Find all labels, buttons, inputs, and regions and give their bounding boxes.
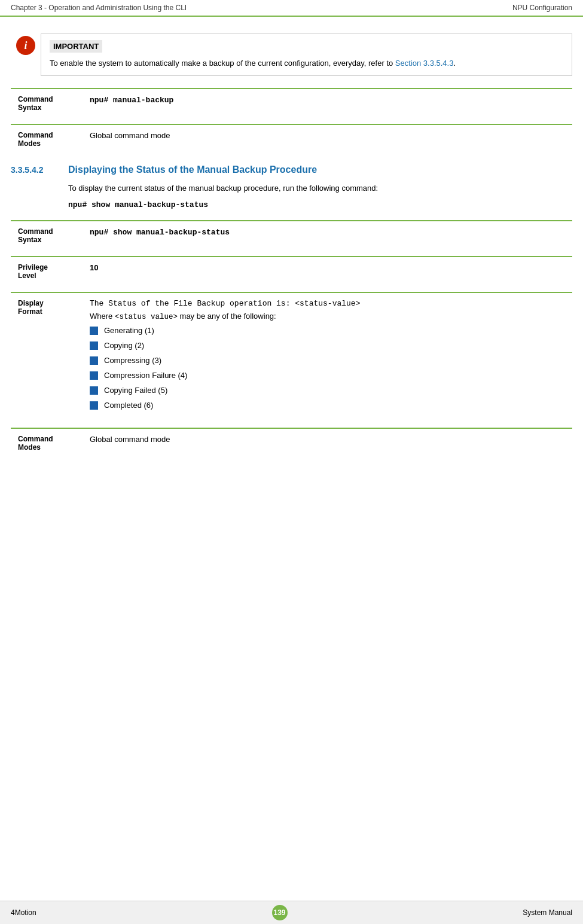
- display-format-line: The Status of the File Backup operation …: [90, 299, 565, 308]
- cmd-syntax-table-1: CommandSyntax npu# manual-backup: [11, 88, 572, 118]
- cmd-syntax-value-1: npu# manual-backup: [83, 89, 572, 118]
- info-icon: i: [16, 36, 35, 55]
- list-item: Completed (6): [90, 401, 565, 410]
- footer-right: System Manual: [523, 908, 572, 917]
- list-item: Compressing (3): [90, 356, 565, 365]
- display-format-list: Generating (1)Copying (2)Compressing (3)…: [90, 326, 565, 410]
- blue-square-icon: [90, 401, 98, 410]
- body-code-1: npu# show manual-backup-status: [68, 200, 572, 209]
- cmd-modes-table-1: CommandModes Global command mode: [11, 124, 572, 154]
- cmd-syntax-table-2: CommandSyntax npu# show manual-backup-st…: [11, 220, 572, 250]
- list-item-text: Completed (6): [104, 401, 153, 410]
- list-item: Copying (2): [90, 341, 565, 350]
- list-item-text: Copying (2): [104, 341, 144, 350]
- list-item: Generating (1): [90, 326, 565, 335]
- section-title: Displaying the Status of the Manual Back…: [68, 164, 317, 175]
- section-number: 3.3.5.4.2: [11, 165, 59, 175]
- list-item: Copying Failed (5): [90, 386, 565, 395]
- cmd-modes-row-1: CommandModes Global command mode: [11, 124, 572, 154]
- blue-square-icon: [90, 327, 98, 335]
- cmd-modes-value-1: Global command mode: [83, 124, 572, 154]
- cmd-syntax-label-1: CommandSyntax: [11, 89, 83, 118]
- privilege-level-value: 10: [83, 257, 572, 286]
- list-item-text: Copying Failed (5): [104, 386, 167, 395]
- important-box: i IMPORTANT To enable the system to auto…: [11, 33, 572, 76]
- important-text: To enable the system to automatically ma…: [50, 57, 563, 69]
- display-format-value: The Status of the File Backup operation …: [83, 292, 572, 422]
- body-para-1: To display the current status of the man…: [68, 182, 572, 195]
- privilege-level-table: PrivilegeLevel 10: [11, 256, 572, 286]
- main-content: i IMPORTANT To enable the system to auto…: [0, 17, 583, 475]
- cmd-syntax-row-2: CommandSyntax npu# show manual-backup-st…: [11, 221, 572, 250]
- page-header: Chapter 3 - Operation and Administration…: [0, 0, 583, 17]
- footer-left: 4Motion: [11, 908, 36, 917]
- blue-square-icon: [90, 356, 98, 365]
- display-format-label: DisplayFormat: [11, 292, 83, 422]
- footer-page-number: 139: [272, 905, 288, 920]
- cmd-modes-label-1: CommandModes: [11, 124, 83, 154]
- blue-square-icon: [90, 386, 98, 395]
- privilege-level-row: PrivilegeLevel 10: [11, 257, 572, 286]
- display-format-subtext: Where <status value> may be any of the f…: [90, 312, 565, 321]
- cmd-modes-value-2: Global command mode: [83, 428, 572, 458]
- display-format-table: DisplayFormat The Status of the File Bac…: [11, 292, 572, 422]
- section-heading: 3.3.5.4.2 Displaying the Status of the M…: [11, 164, 572, 175]
- privilege-level-label: PrivilegeLevel: [11, 257, 83, 286]
- important-title: IMPORTANT: [50, 40, 102, 53]
- cmd-modes-label-2: CommandModes: [11, 428, 83, 458]
- header-left: Chapter 3 - Operation and Administration…: [11, 4, 187, 12]
- important-content: IMPORTANT To enable the system to automa…: [41, 33, 572, 76]
- page-footer: 4Motion 139 System Manual: [0, 901, 583, 924]
- blue-square-icon: [90, 371, 98, 380]
- cmd-modes-row-2: CommandModes Global command mode: [11, 428, 572, 458]
- list-item-text: Generating (1): [104, 326, 154, 335]
- blue-square-icon: [90, 341, 98, 350]
- list-item-text: Compressing (3): [104, 356, 161, 365]
- important-icon-container: i: [11, 33, 41, 55]
- cmd-modes-table-2: CommandModes Global command mode: [11, 428, 572, 458]
- cmd-syntax-label-2: CommandSyntax: [11, 221, 83, 250]
- cmd-syntax-value-2: npu# show manual-backup-status: [83, 221, 572, 250]
- header-right: NPU Configuration: [512, 4, 572, 12]
- cmd-syntax-row-1: CommandSyntax npu# manual-backup: [11, 89, 572, 118]
- section-link[interactable]: Section 3.3.5.4.3: [395, 59, 454, 68]
- list-item-text: Compression Failure (4): [104, 371, 187, 380]
- list-item: Compression Failure (4): [90, 371, 565, 380]
- display-format-row: DisplayFormat The Status of the File Bac…: [11, 292, 572, 422]
